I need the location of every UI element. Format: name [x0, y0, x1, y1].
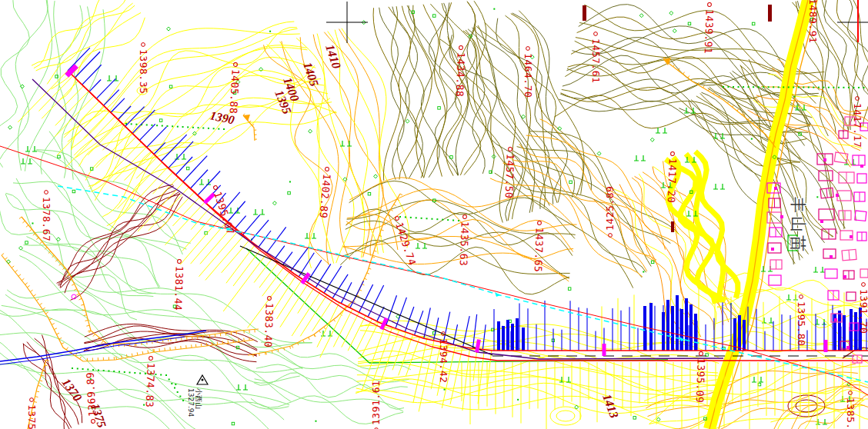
building [769, 275, 781, 285]
building [860, 269, 868, 278]
village-name-char: 苗 [789, 235, 807, 251]
grass-symbol [340, 141, 352, 146]
station-name-label: 小西山 [195, 387, 202, 409]
spot-elevation-label: 1435.63 [458, 214, 471, 266]
building [857, 232, 866, 241]
grass-symbol [236, 384, 248, 390]
spot-elevation-label: 1417.17 [852, 97, 863, 148]
svg-text:1434.88: 1434.88 [454, 52, 467, 98]
building [769, 198, 780, 208]
village-name-label: 丰山苗 [789, 197, 807, 251]
spot-elevation-label: 1391.70 [858, 283, 868, 334]
building [846, 292, 856, 301]
spot-elevation-label: 1395.09 [694, 351, 707, 403]
svg-text:1413: 1413 [600, 392, 621, 420]
spot-elevation-label: 1457.61 [590, 32, 602, 84]
spot-elevation-label: 1405.88 [228, 62, 242, 114]
svg-text:1425.89: 1425.89 [604, 186, 616, 231]
svg-text:1381.44: 1381.44 [172, 266, 185, 311]
spot-elevation-label: 1375. [26, 398, 38, 429]
village-buildings [767, 117, 868, 363]
building [839, 211, 851, 220]
building [853, 155, 865, 165]
edge-crosshair [837, 0, 868, 42]
svg-text:1439.91: 1439.91 [703, 9, 716, 55]
contour-elevation-label: 1405 [301, 61, 321, 88]
building [857, 174, 866, 183]
cad-viewport[interactable]: 1398.351405.881434.881464.701457.611439.… [0, 0, 868, 429]
building [770, 228, 782, 237]
svg-text:1417.20: 1417.20 [666, 158, 679, 204]
spot-elevation-label: 1464.70 [522, 47, 534, 98]
spot-elevation-label: 1398.35 [138, 43, 149, 95]
map-canvas[interactable]: 1398.351405.881434.881464.701457.611439.… [0, 0, 868, 429]
grass-symbol [656, 128, 667, 133]
contour-elevation-label: 1413 [600, 392, 621, 420]
spot-elevation-label: 1391.61 [370, 381, 382, 429]
svg-text:1394.42: 1394.42 [438, 338, 449, 383]
svg-text:1370: 1370 [60, 376, 85, 404]
contour-elevation-label: 1370 [60, 376, 85, 404]
village-name-char: 山 [789, 216, 807, 232]
svg-text:1435.63: 1435.63 [458, 221, 471, 267]
svg-text:1457.50: 1457.50 [503, 154, 516, 199]
svg-text:1374.83: 1374.83 [144, 363, 157, 408]
building [842, 249, 856, 261]
building [822, 229, 836, 239]
spot-elevation-label: 1429.74 [392, 214, 419, 267]
svg-text:1437.65: 1437.65 [532, 228, 546, 273]
grass-symbol [634, 155, 646, 161]
grass-symbol [815, 319, 826, 324]
station-elevation-label: 1327.94 [187, 388, 195, 417]
svg-text:1398.35: 1398.35 [138, 49, 149, 94]
village-name-char: 丰 [789, 197, 807, 213]
grass-symbol [813, 267, 825, 272]
svg-text:1457.61: 1457.61 [590, 38, 602, 83]
svg-text:1489.91: 1489.91 [807, 0, 819, 43]
building [768, 243, 781, 253]
grass-symbol [253, 209, 265, 214]
spot-elevation-label: 1434.88 [454, 45, 467, 97]
spot-elevation-label: 1374.83 [144, 356, 157, 407]
grass-symbol [199, 179, 211, 185]
crosshair-cursor [326, 2, 368, 43]
building [825, 269, 837, 278]
spot-elevation-label: 1425.89 [604, 186, 616, 238]
svg-text:1378.67: 1378.67 [41, 197, 52, 241]
svg-text:1375.: 1375. [26, 404, 38, 429]
triangulation-station: 小西山1327.94 [187, 375, 208, 417]
grass-symbol [786, 294, 798, 300]
building [839, 172, 854, 183]
spot-elevation-label: 1383.40 [262, 296, 275, 348]
building [770, 260, 782, 269]
svg-text:1405: 1405 [301, 61, 321, 88]
svg-text:1417.17: 1417.17 [852, 103, 863, 148]
spot-elevation-label: 1439.91 [703, 2, 716, 54]
spot-elevation-label: 1378.67 [41, 191, 52, 242]
elevation-labels: 1398.351405.881434.881464.701457.611439.… [26, 0, 868, 429]
svg-text:1464.70: 1464.70 [522, 53, 534, 98]
svg-text:1391.61: 1391.61 [370, 381, 382, 425]
building [854, 192, 865, 201]
spot-elevation-label: 1457.50 [503, 147, 516, 198]
svg-text:1385.: 1385. [845, 397, 856, 429]
grass-symbol [107, 75, 119, 81]
building [855, 211, 866, 221]
svg-text:1395.80: 1395.80 [796, 301, 807, 346]
spot-elevation-label: 1417.20 [666, 151, 679, 203]
spot-elevation-label: 1437.65 [532, 221, 546, 272]
spot-elevation-label: 1489.91 [807, 0, 819, 43]
svg-text:1405.88: 1405.88 [228, 69, 242, 115]
svg-text:1391.70: 1391.70 [858, 289, 868, 334]
spot-elevation-label: 1395.80 [796, 295, 807, 347]
svg-text:1395.09: 1395.09 [694, 358, 707, 404]
grass-symbol [713, 184, 725, 189]
spot-elevation-label: 1394.42 [438, 332, 449, 384]
svg-text:1383.40: 1383.40 [262, 303, 275, 348]
spot-elevation-label: 1381.44 [172, 259, 185, 311]
